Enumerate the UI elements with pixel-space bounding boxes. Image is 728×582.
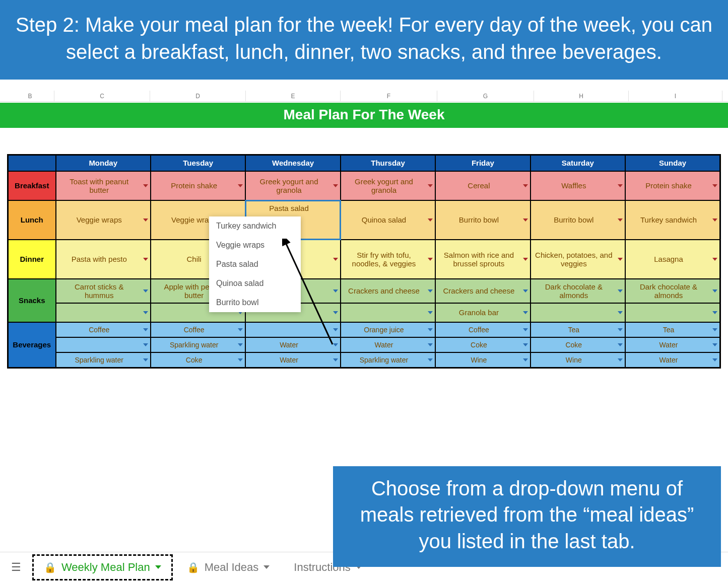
dropdown-arrow-icon[interactable] — [523, 289, 528, 293]
col-header-D[interactable]: D — [150, 91, 246, 101]
meal-cell[interactable]: Greek yogurt and granola — [245, 171, 340, 200]
dropdown-arrow-icon[interactable] — [333, 184, 338, 187]
meal-cell[interactable]: Tea — [531, 322, 625, 337]
meal-cell[interactable]: Water — [625, 352, 720, 368]
dropdown-arrow-icon[interactable] — [712, 343, 717, 346]
meal-cell[interactable]: Granola bar — [435, 303, 530, 322]
dropdown-arrow-icon[interactable] — [523, 343, 528, 346]
dropdown-arrow-icon[interactable] — [712, 289, 717, 293]
tab-weekly-meal-plan[interactable]: 🔒 Weekly Meal Plan — [32, 554, 173, 580]
col-header-C[interactable]: C — [54, 91, 150, 101]
dropdown-arrow-icon[interactable] — [143, 258, 148, 261]
meal-cell[interactable]: Coffee — [435, 322, 530, 337]
meal-cell[interactable]: Quinoa salad — [341, 200, 435, 240]
col-header-H[interactable]: H — [534, 91, 629, 101]
meal-cell[interactable] — [531, 303, 625, 322]
dropdown-arrow-icon[interactable] — [333, 358, 338, 361]
all-sheets-button[interactable]: ☰ — [4, 561, 28, 574]
dropdown-arrow-icon[interactable] — [712, 311, 717, 314]
meal-cell[interactable] — [56, 337, 151, 352]
meal-cell[interactable] — [56, 303, 151, 322]
dropdown-arrow-icon[interactable] — [618, 358, 623, 361]
meal-cell[interactable]: Lasagna — [625, 240, 720, 279]
meal-cell[interactable]: Carrot sticks & hummus — [56, 279, 151, 303]
meal-cell[interactable]: Greek yogurt and granola — [341, 171, 435, 200]
meal-cell[interactable]: Toast with peanut butter — [56, 171, 151, 200]
dropdown-arrow-icon[interactable] — [238, 358, 243, 361]
meal-cell[interactable] — [625, 303, 720, 322]
meal-cell[interactable]: Burrito bowl — [531, 200, 625, 240]
dropdown-arrow-icon[interactable] — [428, 258, 433, 261]
col-header-F[interactable]: F — [341, 91, 437, 101]
meal-cell[interactable]: Chicken, potatoes, and veggies — [531, 240, 625, 279]
meal-cell[interactable]: Wine — [435, 352, 530, 368]
dropdown-arrow-icon[interactable] — [712, 219, 717, 222]
dropdown-arrow-icon[interactable] — [618, 328, 623, 331]
meal-cell[interactable]: Coke — [435, 337, 530, 352]
meal-cell[interactable]: Wine — [531, 352, 625, 368]
dropdown-arrow-icon[interactable] — [428, 289, 433, 293]
dropdown-arrow-icon[interactable] — [712, 328, 717, 331]
meal-cell[interactable]: Waffles — [531, 171, 625, 200]
dropdown-arrow-icon[interactable] — [238, 328, 243, 331]
meal-cell[interactable]: Dark chocolate & almonds — [531, 279, 625, 303]
dropdown-arrow-icon[interactable] — [143, 343, 148, 346]
meal-cell[interactable]: Crackers and cheese — [435, 279, 530, 303]
dropdown-arrow-icon[interactable] — [618, 311, 623, 314]
dropdown-arrow-icon[interactable] — [712, 258, 717, 261]
dropdown-arrow-icon[interactable] — [618, 219, 623, 222]
meal-cell[interactable]: Water — [341, 337, 435, 352]
dropdown-arrow-icon[interactable] — [428, 184, 433, 187]
dropdown-arrow-icon[interactable] — [428, 328, 433, 331]
meal-cell[interactable]: Burrito bowl — [435, 200, 530, 240]
dropdown-arrow-icon[interactable] — [523, 184, 528, 187]
dropdown-arrow-icon[interactable] — [618, 289, 623, 293]
meal-cell[interactable]: Orange juice — [341, 322, 435, 337]
meal-cell[interactable]: Coffee — [151, 322, 245, 337]
meal-cell[interactable]: Protein shake — [151, 171, 245, 200]
dropdown-arrow-icon[interactable] — [523, 311, 528, 314]
dropdown-arrow-icon[interactable] — [143, 289, 148, 293]
dropdown-arrow-icon[interactable] — [712, 184, 717, 187]
col-header-E[interactable]: E — [246, 91, 341, 101]
meal-cell[interactable] — [341, 303, 435, 322]
dropdown-arrow-icon[interactable] — [428, 343, 433, 346]
meal-cell[interactable]: Veggie wraps — [56, 200, 151, 240]
dropdown-arrow-icon[interactable] — [143, 311, 148, 314]
col-header-G[interactable]: G — [437, 91, 534, 101]
meal-cell[interactable]: Dark chocolate & almonds — [625, 279, 720, 303]
meal-cell[interactable]: Crackers and cheese — [341, 279, 435, 303]
meal-cell[interactable]: Pasta with pesto — [56, 240, 151, 279]
meal-cell[interactable]: Tea — [625, 322, 720, 337]
meal-cell[interactable]: Turkey sandwich — [625, 200, 720, 240]
meal-cell[interactable]: Coke — [151, 352, 245, 368]
dropdown-arrow-icon[interactable] — [428, 358, 433, 361]
meal-cell[interactable]: Cereal — [435, 171, 530, 200]
meal-cell[interactable]: Sparkling water — [341, 352, 435, 368]
meal-cell[interactable]: Coke — [531, 337, 625, 352]
dropdown-arrow-icon[interactable] — [143, 184, 148, 187]
dropdown-arrow-icon[interactable] — [238, 343, 243, 346]
dropdown-arrow-icon[interactable] — [428, 311, 433, 314]
col-header-B[interactable]: B — [6, 91, 54, 101]
meal-cell[interactable]: Protein shake — [625, 171, 720, 200]
tab-meal-ideas[interactable]: 🔒 Meal Ideas — [177, 556, 280, 579]
col-header-I[interactable]: I — [629, 91, 722, 101]
dropdown-arrow-icon[interactable] — [618, 343, 623, 346]
meal-cell[interactable]: Salmon with rice and brussel sprouts — [435, 240, 530, 279]
dropdown-arrow-icon[interactable] — [428, 219, 433, 222]
dropdown-arrow-icon[interactable] — [523, 258, 528, 261]
tab-dropdown-icon[interactable] — [155, 565, 161, 569]
meal-cell[interactable]: Water — [245, 352, 340, 368]
tab-dropdown-icon[interactable] — [263, 565, 270, 569]
dropdown-option[interactable]: Turkey sandwich — [209, 216, 301, 236]
meal-cell[interactable]: Sparkling water — [56, 352, 151, 368]
dropdown-arrow-icon[interactable] — [238, 184, 243, 187]
dropdown-arrow-icon[interactable] — [618, 258, 623, 261]
dropdown-arrow-icon[interactable] — [618, 184, 623, 187]
dropdown-arrow-icon[interactable] — [523, 219, 528, 222]
dropdown-arrow-icon[interactable] — [143, 328, 148, 331]
meal-cell[interactable]: Coffee — [56, 322, 151, 337]
dropdown-arrow-icon[interactable] — [143, 219, 148, 222]
meal-cell[interactable]: Sparkling water — [151, 337, 245, 352]
